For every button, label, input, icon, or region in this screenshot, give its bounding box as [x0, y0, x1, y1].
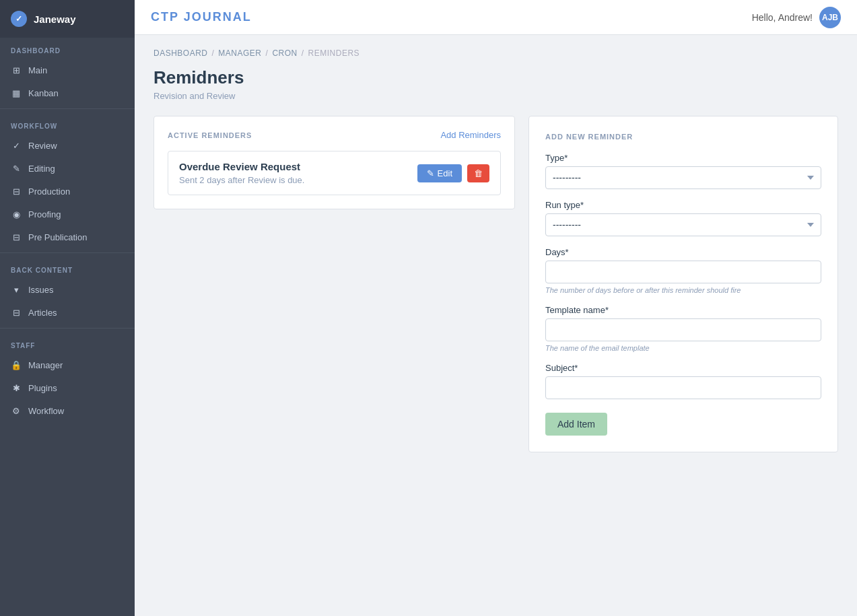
reminder-card-title: Overdue Review Request [179, 161, 417, 172]
edit-button-label: Edit [438, 168, 452, 178]
template-name-hint: The name of the email template [545, 344, 821, 352]
main-area: CTP JOURNAL Hello, Andrew! AJB DASHBOARD… [135, 0, 857, 616]
add-item-label: Add Item [557, 419, 595, 430]
breadcrumb-sep-3: / [302, 48, 304, 58]
sidebar-item-manager-label: Manager [28, 360, 63, 370]
add-reminders-link[interactable]: Add Reminders [440, 130, 501, 140]
days-label: Days* [545, 247, 821, 257]
sidebar-item-production-label: Production [28, 186, 70, 197]
sidebar-item-kanban[interactable]: ▦ Kanban [0, 81, 135, 104]
add-reminder-title: ADD NEW REMINDER [545, 133, 821, 141]
breadcrumb-sep-2: / [266, 48, 269, 58]
type-select[interactable]: --------- [545, 166, 821, 189]
sidebar-item-production[interactable]: ⊟ Production [0, 180, 135, 203]
edit-icon: ✎ [427, 168, 434, 178]
breadcrumb: DASHBOARD / MANAGER / CRON / REMINDERS [153, 48, 838, 58]
active-reminders-panel: ACTIVE REMINDERS Add Reminders Overdue R… [153, 116, 515, 209]
sidebar-logo[interactable]: ✓ Janeway [0, 0, 135, 38]
sidebar-item-review[interactable]: ✓ Review [0, 134, 135, 157]
proofing-icon: ◉ [11, 209, 22, 219]
delete-icon: 🗑 [474, 168, 483, 178]
active-reminders-header: ACTIVE REMINDERS Add Reminders [168, 130, 501, 140]
breadcrumb-sep-1: / [212, 48, 215, 58]
reminder-card-info: Overdue Review Request Sent 2 days after… [179, 161, 417, 185]
sidebar-item-pre-pub-label: Pre Publication [28, 232, 87, 242]
topbar-user: Hello, Andrew! AJB [752, 7, 841, 28]
sidebar-item-issues-label: Issues [28, 285, 54, 295]
reminder-card-description: Sent 2 days after Review is due. [179, 175, 417, 185]
page-subtitle: Revision and Review [153, 91, 838, 101]
sidebar-item-plugins-label: Plugins [28, 383, 57, 393]
sidebar-item-main-label: Main [28, 65, 47, 75]
editing-icon: ✎ [11, 163, 22, 174]
workflow-icon: ⚙ [11, 405, 22, 416]
journal-title: CTP JOURNAL [151, 10, 252, 24]
issues-icon: ▾ [11, 284, 22, 295]
sidebar-app-name: Janeway [34, 13, 76, 25]
run-type-select[interactable]: --------- [545, 213, 821, 236]
sidebar-item-proofing[interactable]: ◉ Proofing [0, 203, 135, 226]
avatar: AJB [819, 7, 841, 28]
sidebar: ✓ Janeway DASHBOARD ⊞ Main ▦ Kanban WORK… [0, 0, 135, 616]
subject-form-group: Subject* [545, 363, 821, 399]
page-title: Remidners [153, 67, 838, 88]
delete-reminder-button[interactable]: 🗑 [467, 164, 489, 182]
add-item-button[interactable]: Add Item [545, 413, 607, 436]
sidebar-item-editing[interactable]: ✎ Editing [0, 157, 135, 180]
breadcrumb-reminders: REMINDERS [308, 48, 360, 58]
sidebar-item-articles[interactable]: ⊟ Articles [0, 301, 135, 324]
articles-icon: ⊟ [11, 307, 22, 318]
sidebar-item-issues[interactable]: ▾ Issues [0, 278, 135, 301]
kanban-icon: ▦ [11, 88, 22, 98]
sidebar-item-kanban-label: Kanban [28, 88, 59, 98]
user-greeting: Hello, Andrew! [752, 12, 813, 23]
main-icon: ⊞ [11, 65, 22, 75]
sidebar-item-proofing-label: Proofing [28, 209, 61, 219]
plugins-icon: ✱ [11, 382, 22, 393]
breadcrumb-dashboard[interactable]: DASHBOARD [153, 48, 208, 58]
sidebar-item-pre-publication[interactable]: ⊟ Pre Publication [0, 226, 135, 248]
workflow-section-label: WORKFLOW [0, 113, 135, 134]
janeway-logo-icon: ✓ [11, 11, 27, 27]
days-input[interactable] [545, 261, 821, 283]
manager-icon: 🔒 [11, 360, 22, 370]
sidebar-item-plugins[interactable]: ✱ Plugins [0, 376, 135, 399]
review-icon: ✓ [11, 140, 22, 151]
breadcrumb-manager[interactable]: MANAGER [218, 48, 261, 58]
reminder-card: Overdue Review Request Sent 2 days after… [168, 151, 501, 195]
sidebar-item-articles-label: Articles [28, 308, 57, 318]
sidebar-item-workflow[interactable]: ⚙ Workflow [0, 399, 135, 422]
days-hint: The number of days before or after this … [545, 286, 821, 294]
template-name-form-group: Template name* The name of the email tem… [545, 305, 821, 352]
add-reminder-panel: ADD NEW REMINDER Type* --------- Run typ… [528, 116, 838, 452]
subject-input[interactable] [545, 376, 821, 399]
topbar: CTP JOURNAL Hello, Andrew! AJB [135, 0, 857, 35]
breadcrumb-cron[interactable]: CRON [272, 48, 297, 58]
content-area: DASHBOARD / MANAGER / CRON / REMINDERS R… [135, 35, 857, 616]
days-form-group: Days* The number of days before or after… [545, 247, 821, 294]
type-label: Type* [545, 153, 821, 163]
production-icon: ⊟ [11, 186, 22, 197]
run-type-form-group: Run type* --------- [545, 200, 821, 236]
sidebar-item-workflow-label: Workflow [28, 406, 64, 416]
reminder-card-actions: ✎ Edit 🗑 [417, 164, 489, 182]
run-type-label: Run type* [545, 200, 821, 210]
back-content-section-label: BACK CONTENT [0, 257, 135, 278]
sidebar-item-main[interactable]: ⊞ Main [0, 59, 135, 81]
template-name-label: Template name* [545, 305, 821, 315]
edit-reminder-button[interactable]: ✎ Edit [417, 164, 462, 182]
type-form-group: Type* --------- [545, 153, 821, 189]
sidebar-item-editing-label: Editing [28, 164, 55, 174]
subject-label: Subject* [545, 363, 821, 373]
staff-section-label: STAFF [0, 333, 135, 353]
template-name-input[interactable] [545, 318, 821, 341]
two-column-layout: ACTIVE REMINDERS Add Reminders Overdue R… [153, 116, 838, 452]
active-reminders-title: ACTIVE REMINDERS [168, 131, 252, 139]
sidebar-item-manager[interactable]: 🔒 Manager [0, 353, 135, 376]
dashboard-section-label: DASHBOARD [0, 38, 135, 59]
sidebar-item-review-label: Review [28, 141, 57, 151]
pre-pub-icon: ⊟ [11, 232, 22, 242]
